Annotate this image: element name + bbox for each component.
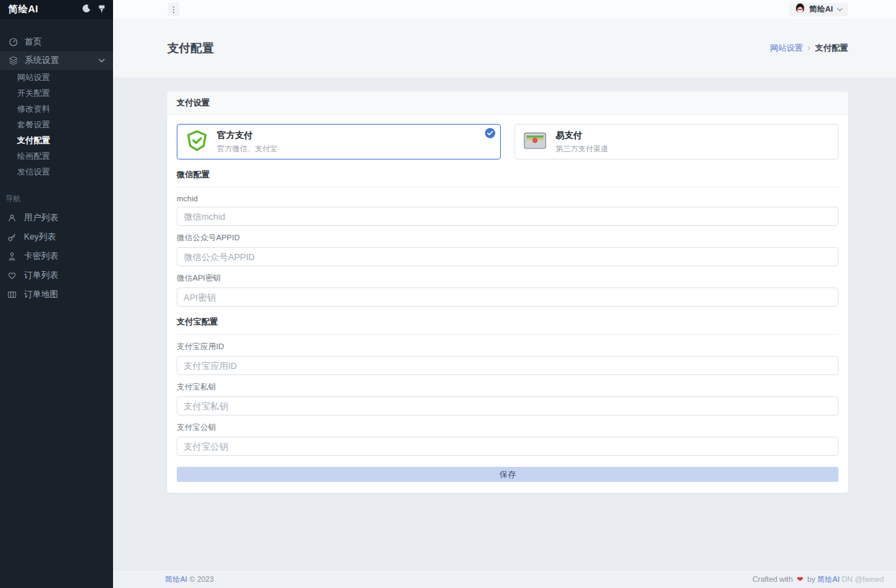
selected-check-icon <box>485 128 495 138</box>
section-heading-alipay: 支付宝配置 <box>177 307 838 335</box>
footer-brand-link[interactable]: 简绘AI <box>165 575 187 583</box>
sidebar-item-label: 卡密列表 <box>24 251 58 262</box>
save-button[interactable]: 保存 <box>177 467 838 482</box>
alipay-public-key-input[interactable] <box>177 437 838 456</box>
method-official-pay[interactable]: 官方支付 官方微信、支付宝 <box>177 124 501 159</box>
breadcrumb: 网站设置 › 支付配置 <box>770 42 848 54</box>
user-menu[interactable]: 简绘AI <box>789 3 849 16</box>
sidebar-item-label: 订单地图 <box>24 289 58 301</box>
sidebar-item-payment-config[interactable]: 支付配置 <box>0 133 113 149</box>
sidebar-item-label: 用户列表 <box>24 212 58 224</box>
heart-icon <box>7 271 17 280</box>
sidebar: 简绘AI 首页 <box>0 0 113 588</box>
columns-icon <box>7 290 17 299</box>
footer-copyright: 简绘AI © 2023 <box>165 574 214 585</box>
footer-credit-brand-link[interactable]: 简绘AI <box>817 575 839 583</box>
sidebar-item-user-list[interactable]: 用户列表 <box>0 208 113 227</box>
sidebar-item-label: Key列表 <box>24 231 56 243</box>
payment-settings-card: 支付设置 官方支付 官方微信、支付宝 <box>167 92 848 493</box>
app-root: 简绘AI 首页 <box>0 0 896 588</box>
wechat-pay-shield-icon <box>186 129 208 155</box>
sidebar-item-key-list[interactable]: Key列表 <box>0 227 113 246</box>
sidebar-submenu: 网站设置 开关配置 修改资料 套餐设置 支付配置 绘画配置 发信设置 <box>0 70 113 180</box>
alipay-private-key-input[interactable] <box>177 396 838 416</box>
card-header: 支付设置 <box>167 92 848 115</box>
footer-credit: Crafted with ❤ by 简绘AIDN @fwewd <box>751 574 884 585</box>
sidebar-item-drawing-config[interactable]: 绘画配置 <box>0 149 113 164</box>
avatar <box>795 3 806 16</box>
page-header: 支付配置 网站设置 › 支付配置 <box>113 18 896 77</box>
kebab-menu-icon: ⋮ <box>170 5 178 14</box>
sidebar-item-card-key-list[interactable]: 卡密列表 <box>0 246 113 266</box>
sidebar-item-system-settings[interactable]: 系统设置 <box>0 51 113 70</box>
stack-icon <box>8 56 18 65</box>
wallet-icon <box>523 131 547 153</box>
breadcrumb-current: 支付配置 <box>815 42 848 54</box>
field-label: 微信API密钥 <box>177 273 838 283</box>
brush-icon <box>97 4 106 15</box>
stamp-icon <box>7 252 17 261</box>
field-wechat-appid: 微信公众号APPID <box>177 233 838 266</box>
sidebar-item-label: 首页 <box>25 36 42 48</box>
sidebar-collapse-button[interactable]: ⋮ <box>168 3 179 16</box>
chevron-down-icon <box>837 7 843 12</box>
moon-icon <box>82 4 91 15</box>
topbar: ⋮ 简绘AI <box>113 0 896 18</box>
theme-brush-button[interactable] <box>97 4 106 15</box>
sidebar-item-website-settings[interactable]: 网站设置 <box>0 70 113 86</box>
chevron-down-icon <box>99 57 105 64</box>
sidebar-item-label: 系统设置 <box>25 55 59 66</box>
payment-method-selector: 官方支付 官方微信、支付宝 易支付 <box>177 124 838 159</box>
footer: 简绘AI © 2023 Crafted with ❤ by 简绘AIDN @fw… <box>113 570 896 588</box>
field-label: 支付宝私钥 <box>177 382 838 392</box>
main-column: ⋮ 简绘AI 支付配置 网站设置 › 支付配置 支付设置 <box>113 0 896 588</box>
field-alipay-appid: 支付宝应用ID <box>177 342 838 375</box>
wechat-api-key-input[interactable] <box>177 287 838 307</box>
method-title: 官方支付 <box>217 129 277 142</box>
sidebar-item-label: 订单列表 <box>24 270 58 281</box>
field-label: 支付宝应用ID <box>177 342 838 352</box>
wechat-appid-input[interactable] <box>177 247 838 266</box>
page-title: 支付配置 <box>167 40 214 56</box>
method-subtitle: 第三方支付渠道 <box>556 144 608 154</box>
sidebar-item-home[interactable]: 首页 <box>0 33 113 51</box>
person-icon <box>7 214 17 222</box>
breadcrumb-separator: › <box>808 43 810 53</box>
method-title: 易支付 <box>556 129 608 142</box>
sidebar-item-profile-edit[interactable]: 修改资料 <box>0 101 113 117</box>
sidebar-item-mail-settings[interactable]: 发信设置 <box>0 164 113 180</box>
card-body: 官方支付 官方微信、支付宝 易支付 <box>167 115 848 493</box>
dark-mode-toggle[interactable] <box>82 4 91 15</box>
sidebar-item-switch-config[interactable]: 开关配置 <box>0 86 113 101</box>
field-wechat-api-key: 微信API密钥 <box>177 273 838 307</box>
heart-icon: ❤ <box>797 575 803 583</box>
field-alipay-private-key: 支付宝私钥 <box>177 382 838 416</box>
watermark-text: DN @fwewd <box>842 575 884 583</box>
sidebar-nav: 首页 系统设置 网站设置 开关配置 修改资料 套餐设置 支付配置 绘画配置 发信… <box>0 19 113 304</box>
sidebar-item-order-map[interactable]: 订单地图 <box>0 285 113 304</box>
mchid-input[interactable] <box>177 207 838 226</box>
section-heading-wechat: 微信配置 <box>177 159 838 188</box>
app-logo: 简绘AI <box>8 3 38 16</box>
field-label: 支付宝公钥 <box>177 422 838 433</box>
method-epay[interactable]: 易支付 第三方支付渠道 <box>514 124 838 159</box>
breadcrumb-link-website-settings[interactable]: 网站设置 <box>770 42 803 54</box>
field-mchid: mchid <box>177 194 838 226</box>
sidebar-section-label: 导航 <box>0 194 113 204</box>
field-label: 微信公众号APPID <box>177 233 838 243</box>
content-area: 支付设置 官方支付 官方微信、支付宝 <box>113 77 896 570</box>
alipay-appid-input[interactable] <box>177 356 838 375</box>
speedometer-icon <box>8 38 18 47</box>
sidebar-item-order-list[interactable]: 订单列表 <box>0 266 113 285</box>
key-icon <box>7 233 17 242</box>
user-name: 简绘AI <box>810 4 834 14</box>
sidebar-header: 简绘AI <box>0 0 113 19</box>
field-label: mchid <box>177 194 838 203</box>
sidebar-item-plan-settings[interactable]: 套餐设置 <box>0 117 113 133</box>
field-alipay-public-key: 支付宝公钥 <box>177 422 838 456</box>
method-subtitle: 官方微信、支付宝 <box>217 144 277 154</box>
